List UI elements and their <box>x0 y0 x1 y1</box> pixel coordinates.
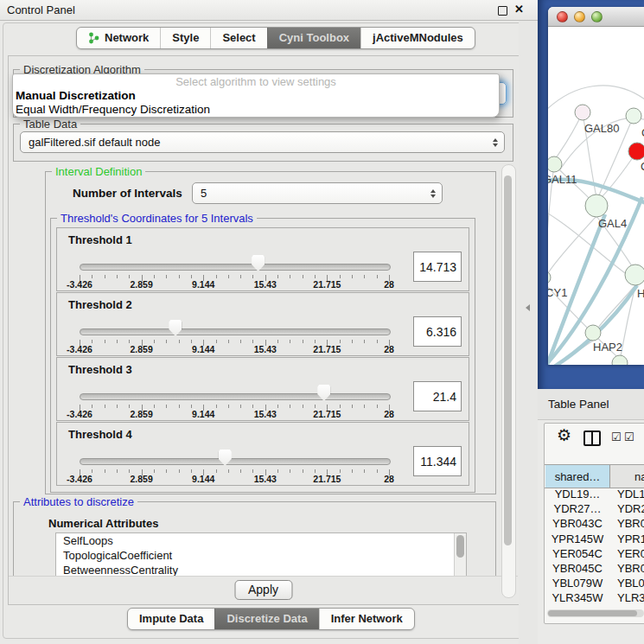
table-row[interactable]: YER054CYER0 <box>545 547 644 562</box>
network-node-gcy1[interactable] <box>548 271 551 284</box>
tab-impute-data[interactable]: Impute Data <box>128 609 214 629</box>
table-row[interactable]: YDR27…YDR2 <box>545 502 644 517</box>
node-label: HAP2 <box>593 341 622 354</box>
cell-name[interactable]: YIL0 <box>617 607 641 609</box>
panel-scrollbar-thumb[interactable] <box>504 175 512 545</box>
threshold-value-field[interactable]: 14.713 <box>413 252 462 282</box>
threshold-panel-2: Threshold 2-3.4262.8599.14415.4321.71528… <box>56 292 469 356</box>
network-node-h[interactable] <box>625 265 644 285</box>
panel-scrollbar[interactable] <box>501 164 516 598</box>
columns-icon[interactable] <box>583 430 601 446</box>
tab-select[interactable]: Select <box>210 28 266 48</box>
network-node-hap2[interactable] <box>585 325 601 341</box>
tick <box>240 340 241 343</box>
threshold-value-field[interactable]: 11.344 <box>413 446 462 476</box>
network-node[interactable] <box>612 355 628 365</box>
tick-label: 15.43 <box>254 409 277 419</box>
table-row[interactable]: YLR345WYLR3 <box>545 591 644 606</box>
cell-name[interactable]: YBR0 <box>617 562 644 575</box>
network-window-titlebar[interactable] <box>548 7 644 27</box>
float-window-icon[interactable] <box>498 6 507 16</box>
column-header-name[interactable]: na <box>610 465 644 488</box>
table-row[interactable]: YDL19…YDL1 <box>545 488 644 502</box>
network-node-gal4[interactable] <box>585 194 608 217</box>
tick-label: 15.43 <box>254 474 277 484</box>
tab-label: Network <box>105 28 149 48</box>
list-scrollbar[interactable] <box>454 533 466 577</box>
tick <box>240 275 241 278</box>
cell-shared-name[interactable]: YDL19… <box>545 488 609 501</box>
cell-shared-name[interactable]: YBR045C <box>545 562 609 575</box>
tick-label: 9.144 <box>192 409 214 419</box>
tick <box>352 275 353 278</box>
checkbox-checked-icon[interactable]: ☑ <box>624 430 634 443</box>
tick <box>377 469 378 473</box>
tab-discretize-data[interactable]: Discretize Data <box>214 609 318 629</box>
slider-track[interactable] <box>80 264 391 271</box>
table-row[interactable]: YBL079WYBL0 <box>545 577 644 591</box>
network-node-c[interactable] <box>628 143 644 160</box>
numerical-attributes-list[interactable]: SelfLoopsTopologicalCoefficientBetweenne… <box>55 532 467 577</box>
attribute-item-selfloops[interactable]: SelfLoops <box>56 533 466 548</box>
table-row[interactable]: YBR043CYBR0 <box>545 517 644 532</box>
network-canvas[interactable]: GAL80GACGAL11GAL4GCY1HHAP2 <box>548 26 644 365</box>
table-row[interactable]: YIL052CYIL0 <box>545 607 644 609</box>
network-node-gal80[interactable] <box>575 105 590 120</box>
tab-label: Select <box>222 28 255 48</box>
tab-jactivemnodules[interactable]: jActiveMNodules <box>360 28 475 48</box>
combo-stepper-icon <box>493 138 498 147</box>
threshold-value-field[interactable]: 6.316 <box>413 316 462 347</box>
cell-name[interactable]: YBL0 <box>617 577 644 590</box>
list-scrollbar-thumb[interactable] <box>456 535 464 558</box>
tab-cyni-toolbox[interactable]: Cyni Toolbox <box>267 28 360 48</box>
cell-name[interactable]: YDL1 <box>617 488 644 501</box>
tab-style[interactable]: Style <box>160 28 210 48</box>
threshold-value-field[interactable]: 21.4 <box>413 381 462 411</box>
popup-option-equal-width-frequency-discretization[interactable]: Equal Width/Frequency Discretization <box>13 103 499 117</box>
splitter-handle-icon[interactable] <box>526 304 530 311</box>
table-data-combo[interactable]: galFiltered.sif default node <box>20 131 505 153</box>
number-of-intervals-combo[interactable]: 5 <box>192 182 443 204</box>
network-edge <box>598 285 635 328</box>
panel-splitter[interactable] <box>519 21 538 644</box>
cell-shared-name[interactable]: YLR345W <box>545 591 609 604</box>
gear-icon[interactable]: ⚙ <box>557 426 571 445</box>
network-node-ga[interactable] <box>626 108 641 124</box>
tab-infer-network[interactable]: Infer Network <box>319 609 414 629</box>
cell-shared-name[interactable]: YPR145W <box>545 532 609 545</box>
cell-shared-name[interactable]: YER054C <box>545 547 609 560</box>
apply-button[interactable]: Apply <box>234 580 292 600</box>
slider-track[interactable] <box>80 458 391 465</box>
close-traffic-light-icon[interactable] <box>557 11 568 22</box>
cell-name[interactable]: YER0 <box>617 547 644 560</box>
minimize-traffic-light-icon[interactable] <box>574 11 585 22</box>
table-row[interactable]: YBR045CYBR0 <box>545 562 644 577</box>
cell-name[interactable]: YBR0 <box>617 517 644 530</box>
cell-name[interactable]: YLR3 <box>617 591 644 604</box>
checkbox-checked-icon[interactable]: ☑ <box>611 430 622 443</box>
slider-track[interactable] <box>80 328 391 335</box>
table-row[interactable]: YPR145WYPR1 <box>545 532 644 547</box>
tick <box>166 340 167 343</box>
zoom-traffic-light-icon[interactable] <box>591 11 603 22</box>
tab-network[interactable]: Network <box>77 28 160 48</box>
tick <box>154 275 155 278</box>
cell-name[interactable]: YDR2 <box>617 502 644 515</box>
table-hscrollbar-thumb[interactable] <box>548 610 637 616</box>
table-hscrollbar[interactable] <box>547 609 644 617</box>
cell-name[interactable]: YPR1 <box>617 532 644 545</box>
cell-shared-name[interactable]: YBL079W <box>545 577 609 590</box>
tick <box>303 275 303 278</box>
tick <box>166 469 167 473</box>
cell-shared-name[interactable]: YBR043C <box>545 517 609 530</box>
close-icon[interactable]: ✕ <box>514 3 524 16</box>
tick <box>129 275 130 278</box>
cell-shared-name[interactable]: YIL052C <box>545 607 609 609</box>
attribute-item-topologicalcoefficient[interactable]: TopologicalCoefficient <box>56 548 466 563</box>
network-node-gal11[interactable] <box>548 156 562 172</box>
slider-track[interactable] <box>80 393 391 400</box>
cell-shared-name[interactable]: YDR27… <box>545 502 609 515</box>
column-header-shared-name[interactable]: shared… <box>545 465 610 488</box>
popup-option-manual-discretization[interactable]: Manual Discretization <box>13 89 499 103</box>
tick <box>179 340 180 343</box>
